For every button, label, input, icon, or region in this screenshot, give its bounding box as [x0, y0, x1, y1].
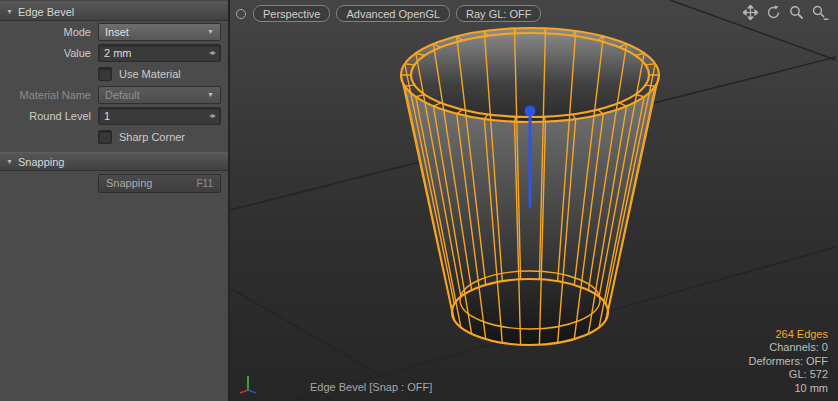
gl-count: GL: 572 — [749, 368, 828, 382]
deformers-status: Deformers: OFF — [749, 355, 828, 369]
sharp-corner-row: Sharp Corner — [0, 126, 228, 147]
collapse-triangle-icon: ▼ — [6, 158, 13, 165]
material-name-label: Material Name — [7, 89, 98, 101]
value-row: Value 2 mm ◂▸ — [0, 42, 228, 63]
mini-slider-icon[interactable]: ◂▸ — [209, 111, 215, 120]
mode-label: Mode — [7, 26, 98, 38]
value-text: 2 mm — [104, 47, 132, 59]
edges-count: 264 Edges — [749, 328, 828, 342]
viewport-3d[interactable]: Perspective Advanced OpenGL Ray GL: OFF — [230, 0, 838, 401]
shading-mode-button[interactable]: Advanced OpenGL — [336, 5, 450, 22]
zoom-icon[interactable] — [789, 5, 804, 20]
material-name-dropdown[interactable]: Default ▼ — [98, 86, 221, 104]
rotate-icon[interactable] — [766, 5, 781, 20]
tool-status-text: Edge Bevel [Snap : OFF] — [310, 381, 432, 393]
app-window: ▼ Edge Bevel Mode Inset ▼ Value 2 mm ◂▸ — [0, 0, 838, 401]
viewport-info-block: 264 Edges Channels: 0 Deformers: OFF GL:… — [749, 328, 828, 396]
collapse-triangle-icon: ▼ — [6, 8, 13, 15]
channels-count: Channels: 0 — [749, 341, 828, 355]
pan-icon[interactable] — [743, 5, 758, 20]
sharp-corner-label: Sharp Corner — [119, 131, 185, 143]
perspective-button[interactable]: Perspective — [253, 5, 330, 22]
round-level-label: Round Level — [7, 110, 98, 122]
material-name-row: Material Name Default ▼ — [0, 84, 228, 105]
snapping-button-label: Snapping — [106, 177, 153, 189]
viewport-toolbar: Perspective Advanced OpenGL Ray GL: OFF — [236, 5, 541, 22]
scene-svg — [230, 0, 836, 401]
section-title-snapping: Snapping — [18, 156, 65, 168]
sharp-corner-checkbox[interactable] — [98, 130, 112, 144]
snapping-section-header[interactable]: ▼ Snapping — [0, 152, 228, 171]
chevron-down-icon: ▼ — [207, 91, 214, 98]
axis-gizmo-icon — [238, 372, 260, 394]
snapping-row: Snapping F11 — [0, 171, 228, 195]
viewport-menu-icon[interactable] — [236, 9, 246, 19]
viewport-nav-icons — [743, 5, 829, 20]
zoom-region-icon[interactable] — [812, 5, 829, 20]
properties-panel: ▼ Edge Bevel Mode Inset ▼ Value 2 mm ◂▸ — [0, 0, 230, 401]
mode-value: Inset — [105, 26, 129, 38]
round-level-input[interactable]: 1 ◂▸ — [98, 107, 221, 125]
cup-mesh[interactable] — [401, 28, 659, 345]
ray-gl-button[interactable]: Ray GL: OFF — [456, 5, 541, 22]
round-level-text: 1 — [104, 110, 110, 122]
section-title-edge-bevel: Edge Bevel — [18, 6, 74, 18]
grid-size: 10 mm — [749, 382, 828, 396]
snapping-shortcut: F11 — [197, 178, 214, 189]
value-label: Value — [7, 47, 98, 59]
mini-slider-icon[interactable]: ◂▸ — [209, 48, 215, 57]
round-level-row: Round Level 1 ◂▸ — [0, 105, 228, 126]
chevron-down-icon: ▼ — [207, 28, 214, 35]
snapping-button[interactable]: Snapping F11 — [98, 174, 221, 193]
material-name-value: Default — [105, 89, 140, 101]
edge-bevel-section-header[interactable]: ▼ Edge Bevel — [0, 2, 228, 21]
value-input[interactable]: 2 mm ◂▸ — [98, 44, 221, 62]
use-material-checkbox[interactable] — [98, 67, 112, 81]
mode-dropdown[interactable]: Inset ▼ — [98, 23, 221, 41]
mode-row: Mode Inset ▼ — [0, 21, 228, 42]
use-material-row: Use Material — [0, 63, 228, 84]
use-material-label: Use Material — [119, 68, 181, 80]
